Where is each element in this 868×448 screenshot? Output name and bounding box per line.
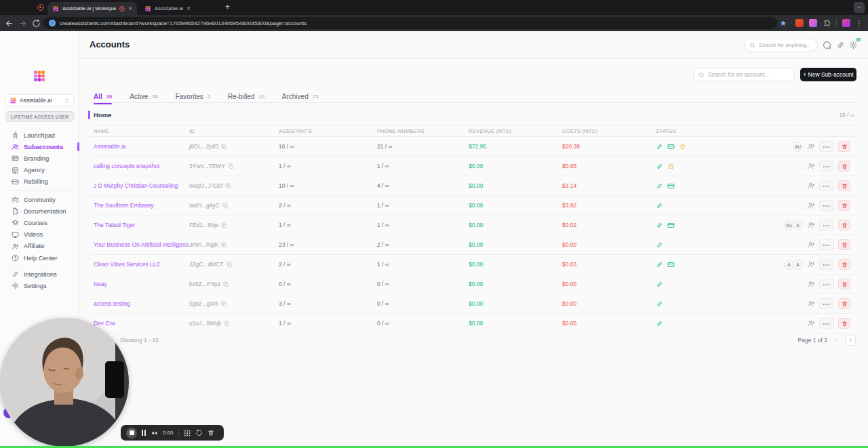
account-name-link[interactable]: The Southern Embassy bbox=[94, 202, 189, 209]
extension-icon[interactable] bbox=[795, 19, 804, 27]
account-name-link[interactable]: Your Business On Artificial Intelligence… bbox=[94, 241, 189, 248]
delete-account-button[interactable] bbox=[838, 279, 850, 289]
billing-status-icon[interactable] bbox=[667, 261, 675, 268]
sidebar-item[interactable]: Agency bbox=[0, 165, 79, 176]
url-bar[interactable]: createassistants.com/dashboard?workspace… bbox=[43, 17, 777, 29]
row-menu-button[interactable]: ••• bbox=[819, 318, 834, 329]
add-user-icon[interactable] bbox=[807, 142, 815, 150]
account-name-link[interactable]: Dev Env bbox=[94, 320, 189, 327]
restart-recording-icon[interactable] bbox=[195, 429, 203, 436]
global-search-input[interactable] bbox=[759, 42, 812, 48]
row-menu-button[interactable]: ••• bbox=[819, 200, 834, 211]
new-tab-button[interactable]: + bbox=[225, 2, 230, 12]
browser-menu-icon[interactable]: ⋮ bbox=[856, 20, 863, 27]
back-icon[interactable] bbox=[5, 19, 14, 28]
previous-page-icon[interactable] bbox=[833, 337, 840, 344]
favorite-star-icon[interactable] bbox=[679, 143, 686, 150]
copy-icon[interactable] bbox=[228, 163, 234, 169]
delete-recording-icon[interactable] bbox=[208, 429, 214, 436]
tab-close-icon[interactable]: × bbox=[186, 5, 191, 12]
delete-account-button[interactable] bbox=[838, 239, 850, 250]
tab-search-chevron-icon[interactable] bbox=[854, 2, 865, 13]
delete-account-button[interactable] bbox=[838, 259, 850, 270]
link-status-icon[interactable] bbox=[656, 241, 663, 249]
forward-icon[interactable] bbox=[18, 19, 27, 28]
new-subaccount-button[interactable]: + New Sub-account bbox=[800, 68, 856, 81]
billing-status-icon[interactable] bbox=[667, 143, 675, 150]
browser-tab-workspace[interactable]: Assistable.ai | Workspace × bbox=[47, 2, 137, 15]
row-menu-button[interactable]: ••• bbox=[819, 279, 834, 289]
sidebar-item[interactable]: Documentation bbox=[0, 205, 79, 217]
bookmark-star-icon[interactable]: ★ bbox=[780, 18, 787, 29]
account-name-link[interactable]: calling concepts snapshot bbox=[94, 163, 189, 169]
copy-icon[interactable] bbox=[224, 321, 230, 327]
tab-close-icon[interactable]: × bbox=[128, 5, 132, 12]
link-status-icon[interactable] bbox=[656, 182, 663, 190]
row-menu-button[interactable]: ••• bbox=[819, 180, 834, 191]
account-name-link[interactable]: The Tatted Tiger bbox=[94, 222, 189, 228]
delete-account-button[interactable] bbox=[838, 318, 850, 329]
row-menu-button[interactable]: ••• bbox=[819, 161, 834, 171]
link-status-icon[interactable] bbox=[656, 281, 663, 288]
chat-icon[interactable] bbox=[823, 41, 831, 49]
billing-status-icon[interactable] bbox=[667, 182, 675, 190]
sidebar-item[interactable]: Rebilling bbox=[0, 176, 79, 188]
link-status-icon[interactable] bbox=[656, 143, 663, 150]
delete-account-button[interactable] bbox=[838, 220, 850, 230]
copy-icon[interactable] bbox=[221, 301, 227, 307]
browser-tab-assistable[interactable]: Assistable.ai × bbox=[140, 2, 220, 15]
sidebar-item[interactable]: Community bbox=[0, 194, 79, 205]
copy-icon[interactable] bbox=[223, 281, 229, 287]
next-page-button[interactable] bbox=[845, 335, 856, 346]
link-status-icon[interactable] bbox=[656, 320, 663, 327]
sidebar-item[interactable]: Videos bbox=[0, 229, 79, 241]
workspace-selector[interactable]: Assistable.ai bbox=[5, 94, 74, 106]
add-user-icon[interactable] bbox=[807, 241, 815, 249]
row-menu-button[interactable]: ••• bbox=[819, 239, 834, 250]
add-user-icon[interactable] bbox=[807, 221, 815, 229]
filter-tab[interactable]: All 16 bbox=[94, 90, 112, 102]
extensions-puzzle-icon[interactable] bbox=[823, 19, 831, 27]
add-user-icon[interactable] bbox=[807, 280, 815, 288]
link-status-icon[interactable] bbox=[656, 163, 663, 170]
account-name-link[interactable]: J D Murphy Christian Counseling bbox=[94, 182, 189, 189]
row-menu-button[interactable]: ••• bbox=[819, 141, 834, 152]
copy-icon[interactable] bbox=[225, 183, 231, 189]
pause-recording-button[interactable] bbox=[142, 430, 146, 436]
add-user-icon[interactable] bbox=[807, 300, 815, 308]
add-user-icon[interactable] bbox=[807, 319, 815, 327]
sidebar-item[interactable]: Courses bbox=[0, 217, 79, 228]
add-user-icon[interactable] bbox=[807, 162, 815, 170]
copy-icon[interactable] bbox=[226, 262, 233, 268]
sidebar-item[interactable]: Branding bbox=[0, 152, 79, 164]
link-status-icon[interactable] bbox=[656, 261, 663, 268]
copy-icon[interactable] bbox=[221, 242, 227, 248]
account-search[interactable] bbox=[693, 68, 795, 81]
delete-account-button[interactable] bbox=[838, 141, 850, 152]
stop-recording-button[interactable] bbox=[126, 428, 137, 439]
plan-badge[interactable]: LIFETIME ACCESS USER bbox=[5, 111, 74, 122]
row-menu-button[interactable]: ••• bbox=[819, 220, 834, 230]
filter-tab[interactable]: Archived 23 bbox=[282, 90, 318, 102]
copy-icon[interactable] bbox=[222, 203, 229, 209]
global-search[interactable] bbox=[744, 39, 818, 52]
account-name-link[interactable]: access testing bbox=[94, 300, 189, 307]
billing-status-icon[interactable] bbox=[667, 222, 675, 229]
copy-icon[interactable] bbox=[221, 144, 227, 150]
delete-account-button[interactable] bbox=[838, 298, 850, 309]
delete-account-button[interactable] bbox=[838, 180, 850, 191]
rewind-icon[interactable] bbox=[151, 430, 158, 436]
sidebar-item[interactable]: Launchpad bbox=[0, 129, 79, 141]
link-icon[interactable] bbox=[836, 41, 845, 49]
link-status-icon[interactable] bbox=[656, 202, 663, 209]
account-name-link[interactable]: Assistable.ai bbox=[94, 143, 189, 150]
add-user-icon[interactable] bbox=[807, 201, 815, 209]
sidebar-item[interactable]: Settings bbox=[0, 280, 79, 291]
effects-grid-icon[interactable] bbox=[184, 430, 191, 436]
browser-profile-avatar[interactable] bbox=[842, 19, 850, 27]
filter-tab[interactable]: Favorites 2 bbox=[176, 90, 210, 102]
sidebar-item[interactable]: Affiliate bbox=[0, 241, 79, 252]
copy-icon[interactable] bbox=[221, 222, 227, 228]
row-menu-button[interactable]: ••• bbox=[819, 298, 834, 309]
add-user-icon[interactable] bbox=[807, 260, 815, 268]
